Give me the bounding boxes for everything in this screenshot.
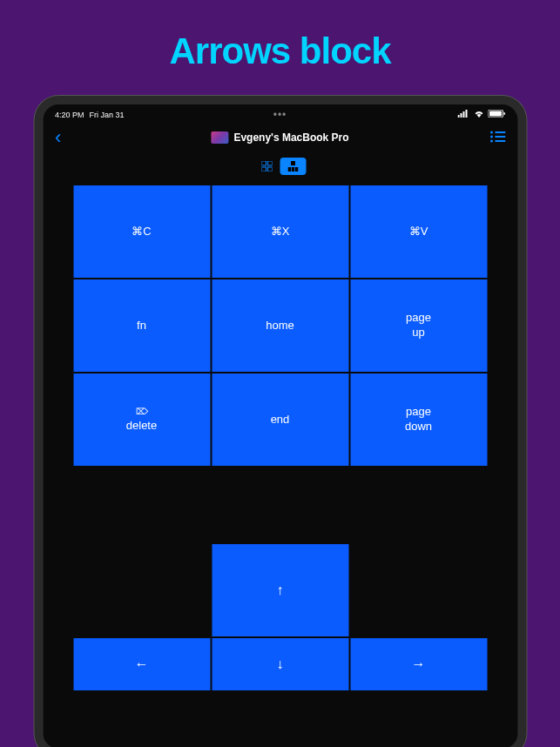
- svg-rect-1: [460, 113, 462, 118]
- delete-icon: ⌦: [136, 406, 148, 417]
- svg-rect-17: [291, 161, 295, 165]
- status-time: 4:20 PM: [55, 111, 84, 119]
- back-button[interactable]: ‹: [55, 126, 61, 149]
- key-home[interactable]: home: [212, 279, 348, 372]
- svg-point-9: [490, 135, 493, 138]
- svg-rect-6: [503, 112, 505, 115]
- svg-rect-12: [495, 140, 505, 142]
- key-label: delete: [126, 419, 157, 434]
- arrow-left[interactable]: ←: [73, 638, 210, 690]
- battery-icon: [488, 110, 505, 119]
- svg-rect-3: [465, 110, 467, 118]
- view-toggle: [43, 154, 517, 182]
- wifi-icon: [473, 110, 484, 119]
- arrow-right[interactable]: →: [350, 638, 487, 690]
- svg-rect-13: [262, 161, 267, 165]
- screen: 4:20 PM Fri Jan 31 ••• ‹ Evgeny's Mac: [43, 104, 517, 747]
- arrow-up[interactable]: ↑: [212, 544, 348, 636]
- svg-rect-18: [288, 167, 292, 172]
- page-title: Arrows block: [0, 0, 560, 72]
- svg-rect-8: [495, 131, 505, 133]
- key-delete[interactable]: ⌦ delete: [73, 374, 210, 466]
- ipad-frame: 4:20 PM Fri Jan 31 ••• ‹ Evgeny's Mac: [34, 96, 526, 747]
- key-fn[interactable]: fn: [73, 279, 210, 372]
- svg-rect-5: [489, 111, 502, 117]
- multitask-dots[interactable]: •••: [273, 109, 287, 121]
- shortcut-grid: ⌘C ⌘X ⌘V fn home page up ⌦ delete end pa…: [43, 185, 517, 466]
- key-label: page: [406, 405, 431, 420]
- svg-rect-0: [457, 115, 459, 118]
- arrow-down[interactable]: ↓: [212, 638, 348, 690]
- arrow-empty: [350, 544, 487, 636]
- svg-rect-14: [268, 161, 273, 165]
- key-page-up[interactable]: page up: [350, 279, 487, 372]
- svg-rect-2: [462, 111, 464, 118]
- list-icon[interactable]: [489, 129, 505, 147]
- arrow-block: ↑ ← ↓ →: [43, 544, 517, 690]
- key-cut[interactable]: ⌘X: [212, 185, 348, 278]
- toggle-option-2[interactable]: [280, 158, 307, 175]
- nav-bar: ‹ Evgeny's MacBook Pro: [43, 121, 517, 154]
- key-label: down: [405, 420, 432, 434]
- signal-icon: [457, 110, 469, 119]
- key-paste[interactable]: ⌘V: [350, 185, 487, 278]
- key-label: up: [412, 326, 424, 340]
- svg-rect-15: [262, 167, 267, 172]
- nav-title: Evgeny's MacBook Pro: [233, 131, 348, 144]
- svg-point-11: [490, 139, 493, 142]
- svg-rect-20: [295, 167, 299, 172]
- toggle-option-1[interactable]: [254, 158, 280, 175]
- key-page-down[interactable]: page down: [350, 374, 487, 466]
- laptop-icon: [211, 131, 228, 144]
- svg-point-7: [490, 131, 493, 133]
- status-bar: 4:20 PM Fri Jan 31 •••: [43, 104, 517, 121]
- arrow-empty: [73, 544, 210, 636]
- svg-rect-10: [495, 136, 505, 138]
- key-label: page: [406, 311, 431, 326]
- svg-rect-19: [292, 167, 295, 172]
- key-end[interactable]: end: [212, 374, 348, 466]
- status-date: Fri Jan 31: [90, 111, 125, 119]
- key-copy[interactable]: ⌘C: [73, 185, 210, 278]
- svg-rect-16: [268, 167, 273, 172]
